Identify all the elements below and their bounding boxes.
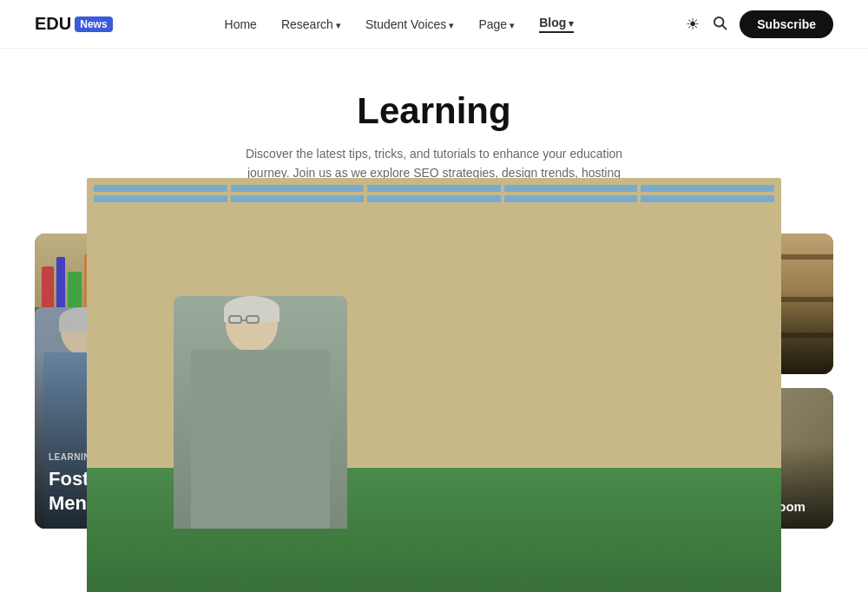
theme-toggle-icon[interactable]: ☀ [686,15,700,34]
navigation: EDU News Home Research Student Voices Pa… [0,0,868,49]
nav-links: Home Research Student Voices Page Blog [225,16,575,33]
subscribe-button[interactable]: Subscribe [740,10,833,38]
nav-item-student-voices[interactable]: Student Voices [365,17,454,31]
nav-item-page[interactable]: Page [478,17,515,31]
logo[interactable]: EDU News [35,14,113,34]
nav-item-research[interactable]: Research [281,17,341,31]
logo-badge: News [75,16,112,32]
logo-text: EDU [35,14,71,34]
featured-stories-section: Featured Stories [0,570,868,592]
nav-item-blog[interactable]: Blog [539,16,574,33]
svg-line-1 [723,25,727,29]
search-icon[interactable] [712,15,727,34]
nav-actions: ☀ Subscribe [686,10,833,38]
hero-title: Learning [17,90,851,132]
nav-item-home[interactable]: Home [225,17,257,31]
